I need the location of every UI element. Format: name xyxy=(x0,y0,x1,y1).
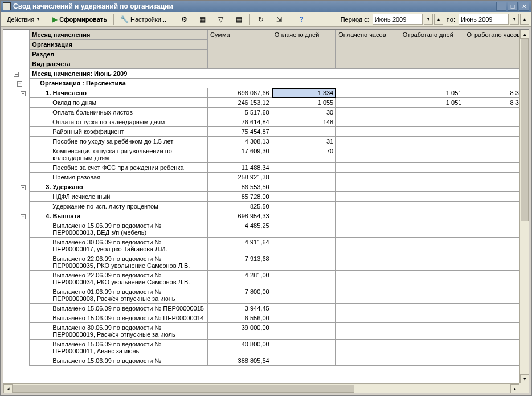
cell-work_days[interactable] xyxy=(400,254,464,271)
horizontal-scrollbar[interactable]: ◂ ▸ xyxy=(3,383,519,393)
cell-sum[interactable]: 39 000,00 xyxy=(208,323,272,340)
cell-work_days[interactable] xyxy=(400,117,464,127)
cell-sum[interactable]: 825,50 xyxy=(208,202,272,211)
minimize-button[interactable]: — xyxy=(496,2,506,11)
tree-collapse-section[interactable]: − xyxy=(21,214,26,219)
cell-sum[interactable]: 11 488,34 xyxy=(208,163,272,173)
cell-work_hours[interactable] xyxy=(464,137,529,146)
cell-sum[interactable]: 4 485,25 xyxy=(208,221,272,238)
cell-paid_days[interactable] xyxy=(272,323,336,340)
cell-paid_days[interactable]: 1 334 xyxy=(272,88,336,98)
cell-paid_hours[interactable] xyxy=(336,304,400,313)
cell-paid_hours[interactable] xyxy=(336,137,400,146)
scroll-thumb-v[interactable] xyxy=(521,39,529,221)
cell-work_hours[interactable] xyxy=(464,323,529,340)
cell-paid_days[interactable] xyxy=(272,173,336,182)
cell-sum[interactable]: 698 954,33 xyxy=(208,211,272,221)
cell-paid_hours[interactable] xyxy=(336,221,400,238)
period-to-input[interactable] xyxy=(459,14,509,25)
cell-sum[interactable]: 6 556,00 xyxy=(208,313,272,323)
cell-paid_hours[interactable] xyxy=(336,117,400,127)
vertical-scrollbar[interactable]: ▴ ▾ xyxy=(519,30,529,383)
period-from-dropdown[interactable]: ▾ xyxy=(424,14,433,25)
cell-work_days[interactable] xyxy=(400,182,464,192)
period-to-spin[interactable]: ▴ xyxy=(520,14,529,25)
cell-sum[interactable]: 7 800,00 xyxy=(208,287,272,304)
cell-paid_hours[interactable] xyxy=(336,271,400,287)
cell-paid_days[interactable] xyxy=(272,221,336,238)
cell-work_days[interactable] xyxy=(400,304,464,313)
cell-work_hours[interactable] xyxy=(464,163,529,173)
cell-work_hours[interactable] xyxy=(464,182,529,192)
settings-button[interactable]: 🔧 Настройки... xyxy=(116,14,170,25)
cell-work_hours[interactable] xyxy=(464,313,529,323)
cell-work_days[interactable] xyxy=(400,356,464,366)
cell-paid_days[interactable] xyxy=(272,182,336,192)
cell-sum[interactable]: 86 553,50 xyxy=(208,182,272,192)
cell-paid_hours[interactable] xyxy=(336,287,400,304)
cell-work_days[interactable] xyxy=(400,146,464,163)
cell-paid_days[interactable]: 31 xyxy=(272,137,336,146)
scroll-down-button[interactable]: ▾ xyxy=(520,374,529,383)
cell-paid_hours[interactable] xyxy=(336,108,400,117)
cell-paid_days[interactable]: 30 xyxy=(272,108,336,117)
cell-paid_days[interactable] xyxy=(272,340,336,356)
cell-paid_days[interactable] xyxy=(272,238,336,254)
cell-paid_days[interactable] xyxy=(272,287,336,304)
cell-work_days[interactable] xyxy=(400,137,464,146)
cell-paid_hours[interactable] xyxy=(336,202,400,211)
cell-work_days[interactable]: 1 051 xyxy=(400,88,464,98)
scroll-left-button[interactable]: ◂ xyxy=(3,384,13,393)
cell-paid_hours[interactable] xyxy=(336,313,400,323)
cell-work_days[interactable] xyxy=(400,323,464,340)
cell-paid_days[interactable] xyxy=(272,192,336,202)
cell-paid_hours[interactable] xyxy=(336,356,400,366)
cell-work_hours[interactable] xyxy=(464,192,529,202)
cell-work_days[interactable] xyxy=(400,202,464,211)
cell-work_hours[interactable] xyxy=(464,238,529,254)
cell-sum[interactable]: 388 805,54 xyxy=(208,356,272,366)
cell-sum[interactable]: 85 728,00 xyxy=(208,192,272,202)
cell-sum[interactable]: 4 308,13 xyxy=(208,137,272,146)
actions-menu[interactable]: Действия ▾ xyxy=(3,14,43,25)
cell-sum[interactable]: 75 454,87 xyxy=(208,127,272,137)
tree-collapse-section[interactable]: − xyxy=(21,185,26,190)
cell-paid_hours[interactable] xyxy=(336,173,400,182)
scroll-right-button[interactable]: ▸ xyxy=(510,384,519,393)
tool-button-4[interactable]: ▤ xyxy=(230,14,247,25)
cell-paid_days[interactable] xyxy=(272,304,336,313)
cell-work_days[interactable] xyxy=(400,127,464,137)
cell-paid_hours[interactable] xyxy=(336,340,400,356)
cell-work_hours[interactable] xyxy=(464,108,529,117)
cell-work_days[interactable] xyxy=(400,108,464,117)
cell-paid_hours[interactable] xyxy=(336,211,400,221)
help-button[interactable]: ? xyxy=(293,14,310,25)
cell-paid_hours[interactable] xyxy=(336,98,400,108)
cell-sum[interactable]: 17 609,30 xyxy=(208,146,272,163)
cell-paid_days[interactable] xyxy=(272,254,336,271)
cell-work_hours[interactable] xyxy=(464,356,529,366)
cell-paid_hours[interactable] xyxy=(336,192,400,202)
cell-sum[interactable]: 4 911,64 xyxy=(208,238,272,254)
cell-paid_days[interactable]: 70 xyxy=(272,146,336,163)
tool-button-6[interactable]: ⇲ xyxy=(271,14,288,25)
cell-paid_days[interactable]: 148 xyxy=(272,117,336,127)
tool-button-1[interactable]: ⚙ xyxy=(175,14,193,25)
period-from-spin[interactable]: ▴ xyxy=(434,14,443,25)
cell-work_hours[interactable] xyxy=(464,271,529,287)
cell-sum[interactable]: 76 614,84 xyxy=(208,117,272,127)
cell-work_hours[interactable] xyxy=(464,287,529,304)
cell-work_days[interactable] xyxy=(400,221,464,238)
cell-work_days[interactable] xyxy=(400,163,464,173)
cell-sum[interactable]: 3 944,45 xyxy=(208,304,272,313)
cell-sum[interactable]: 4 281,00 xyxy=(208,271,272,287)
cell-sum[interactable]: 5 517,68 xyxy=(208,108,272,117)
scroll-up-button[interactable]: ▴ xyxy=(520,30,529,39)
cell-paid_days[interactable] xyxy=(272,211,336,221)
cell-work_days[interactable] xyxy=(400,313,464,323)
cell-work_hours[interactable]: 8 354 xyxy=(464,88,529,98)
cell-paid_hours[interactable] xyxy=(336,238,400,254)
cell-work_days[interactable] xyxy=(400,192,464,202)
scroll-thumb-h[interactable] xyxy=(13,385,354,393)
cell-work_hours[interactable] xyxy=(464,127,529,137)
